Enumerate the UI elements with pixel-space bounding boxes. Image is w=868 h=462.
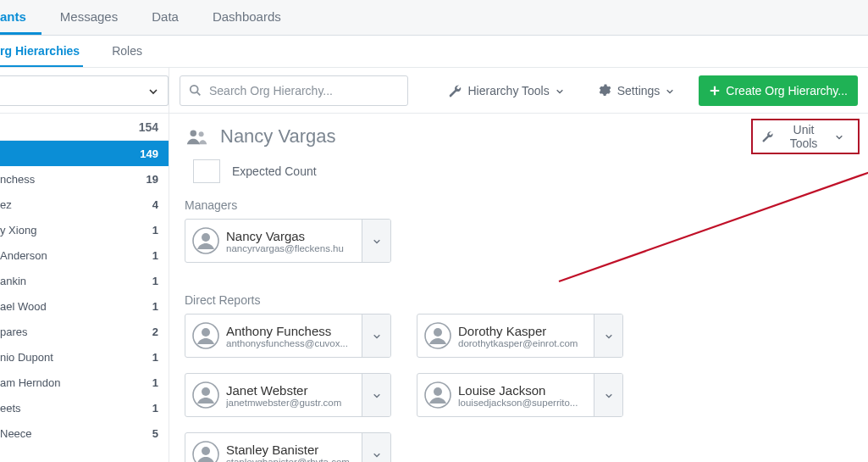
search-input[interactable]: Search Org Hierarchy...	[180, 75, 408, 106]
sidebar-item-count: 2	[152, 326, 158, 338]
sidebar-item-label: am Herndon	[0, 376, 152, 389]
hierarchy-tools-button[interactable]: Hierarchy Tools	[440, 75, 578, 106]
chevron-down-icon	[372, 391, 382, 399]
person-name: Anthony Funchess	[226, 324, 348, 338]
sidebar-item-count: 149	[140, 148, 158, 160]
sidebar: 154 149nchess19ez4y Xiong1Anderson1ankin…	[0, 114, 169, 462]
chevron-down-icon	[604, 391, 614, 399]
avatar-icon	[424, 381, 451, 409]
person-card-dropdown[interactable]	[594, 374, 622, 416]
sidebar-item[interactable]: nchess19	[0, 166, 169, 192]
sidebar-item[interactable]: am Herndon1	[0, 370, 169, 395]
create-org-hierarchy-button[interactable]: Create Org Hierarchy...	[699, 75, 858, 106]
person-card-dropdown[interactable]	[362, 314, 390, 357]
person-email: anthonysfunchess@cuvox...	[226, 338, 348, 348]
direct-reports-label: Direct Reports	[185, 293, 853, 307]
sidebar-item-count: 1	[152, 351, 158, 364]
person-email: stanleygbanister@rhyta.com	[226, 457, 350, 463]
wrench-icon	[448, 83, 463, 98]
sidebar-item[interactable]: ankin1	[0, 268, 169, 293]
sidebar-item[interactable]: pares2	[0, 319, 169, 344]
wrench-icon	[761, 130, 775, 143]
tab-data[interactable]: Data	[152, 1, 194, 35]
sidebar-item[interactable]: ez4	[0, 192, 169, 217]
top-nav: ants Messages Data Dashboards	[0, 0, 868, 36]
chevron-down-icon	[665, 86, 675, 95]
person-email: dorothytkasper@einrot.com	[458, 338, 578, 348]
expected-count-label: Expected Count	[232, 164, 317, 178]
person-email: janetmwebster@gustr.com	[226, 398, 341, 408]
plus-icon	[709, 85, 721, 97]
person-email: nancyrvargas@fleckens.hu	[226, 243, 344, 253]
avatar-icon	[192, 441, 219, 462]
sidebar-item-count: 1	[152, 402, 158, 415]
tab-dashboards[interactable]: Dashboards	[213, 1, 296, 35]
sidebar-item[interactable]: Neece5	[0, 420, 169, 446]
person-card-dropdown[interactable]	[362, 374, 390, 416]
tab-messages[interactable]: Messages	[60, 1, 133, 35]
managers-label: Managers	[185, 198, 853, 212]
sidebar-item-label: ez	[0, 198, 152, 211]
expected-count-input[interactable]	[193, 159, 220, 183]
sidebar-item-label: ael Wood	[0, 300, 152, 313]
people-icon	[185, 126, 208, 147]
person-name: Nancy Vargas	[226, 229, 344, 243]
avatar-icon	[192, 322, 219, 349]
sidebar-item-count: 1	[152, 376, 158, 389]
chevron-down-icon	[604, 331, 614, 340]
person-card-dropdown[interactable]	[362, 433, 390, 462]
sidebar-item-label: Neece	[0, 427, 152, 440]
sidebar-item-label: y Xiong	[0, 224, 152, 237]
person-card[interactable]: Janet Websterjanetmwebster@gustr.com	[185, 373, 391, 417]
sidebar-item[interactable]: nio Dupont1	[0, 344, 169, 370]
sidebar-item-label: pares	[0, 326, 152, 338]
sidebar-item[interactable]: 149	[0, 141, 169, 166]
sidebar-item-count: 1	[152, 249, 158, 262]
person-card[interactable]: Stanley Banisterstanleygbanister@rhyta.c…	[185, 432, 391, 462]
sidebar-item-count: 1	[152, 275, 158, 287]
person-name: Stanley Banister	[226, 443, 350, 457]
person-card[interactable]: Dorothy Kasperdorothytkasper@einrot.com	[417, 314, 623, 358]
search-icon	[189, 84, 202, 97]
settings-button[interactable]: Settings	[589, 75, 689, 106]
person-name: Janet Webster	[226, 383, 341, 398]
person-card[interactable]: Louise Jacksonlouisedjackson@superrito..…	[417, 373, 623, 417]
sub-nav: rg Hierarchies Roles	[0, 36, 868, 68]
sidebar-item-count: 1	[152, 300, 158, 313]
person-card-dropdown[interactable]	[594, 314, 622, 357]
sidebar-item[interactable]: eets1	[0, 395, 169, 420]
person-card[interactable]: Nancy Vargasnancyrvargas@fleckens.hu	[185, 219, 391, 263]
search-placeholder: Search Org Hierarchy...	[209, 84, 333, 97]
unit-tools-button[interactable]: Unit Tools	[751, 119, 860, 154]
chevron-down-icon	[372, 331, 382, 340]
chevron-down-icon	[834, 132, 844, 141]
sidebar-item-label: Anderson	[0, 249, 152, 262]
sidebar-item-count: 19	[147, 173, 158, 186]
chevron-down-icon	[372, 450, 382, 459]
sidebar-item-label: nchess	[0, 173, 147, 186]
sidebar-item-label: nio Dupont	[0, 351, 152, 364]
person-email: louisedjackson@superrito...	[458, 398, 578, 408]
tab-participants[interactable]: ants	[0, 1, 41, 35]
hierarchy-select[interactable]	[0, 75, 169, 106]
sidebar-item[interactable]: y Xiong1	[0, 217, 169, 242]
sidebar-item[interactable]: ael Wood1	[0, 293, 169, 319]
chevron-down-icon	[147, 86, 159, 96]
tab-org-hierarchies[interactable]: rg Hierarchies	[0, 36, 83, 67]
tab-roles[interactable]: Roles	[112, 36, 146, 67]
content-panel: Nancy Vargas Unit Tools Expected Count M…	[169, 114, 868, 462]
person-name: Louise Jackson	[458, 383, 578, 398]
person-card[interactable]: Anthony Funchessanthonysfunchess@cuvox..…	[185, 314, 391, 358]
avatar-icon	[192, 381, 219, 409]
sidebar-item-count: 5	[152, 427, 158, 440]
sidebar-item-label: eets	[0, 402, 152, 415]
sidebar-item-count: 1	[152, 224, 158, 237]
sidebar-item-label: ankin	[0, 275, 152, 287]
gear-icon	[597, 83, 612, 98]
person-name: Dorothy Kasper	[458, 324, 578, 338]
person-card-dropdown[interactable]	[362, 220, 390, 262]
sidebar-item[interactable]: Anderson1	[0, 242, 169, 268]
avatar-icon	[424, 322, 451, 349]
avatar-icon	[192, 227, 219, 254]
sidebar-item-count: 4	[152, 198, 158, 211]
